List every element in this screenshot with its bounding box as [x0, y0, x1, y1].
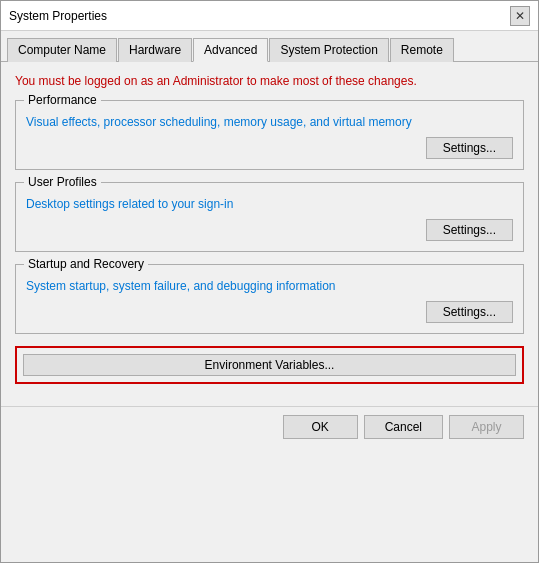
system-properties-window: System Properties ✕ Computer Name Hardwa… — [0, 0, 539, 563]
cancel-button[interactable]: Cancel — [364, 415, 443, 439]
startup-recovery-description: System startup, system failure, and debu… — [26, 279, 513, 293]
environment-variables-highlight: Environment Variables... — [15, 346, 524, 384]
apply-button[interactable]: Apply — [449, 415, 524, 439]
footer: OK Cancel Apply — [1, 406, 538, 447]
performance-section: Performance Visual effects, processor sc… — [15, 100, 524, 170]
startup-recovery-settings-button[interactable]: Settings... — [426, 301, 513, 323]
startup-recovery-section: Startup and Recovery System startup, sys… — [15, 264, 524, 334]
tabs-bar: Computer Name Hardware Advanced System P… — [1, 31, 538, 62]
user-profiles-settings-button[interactable]: Settings... — [426, 219, 513, 241]
tab-content: You must be logged on as an Administrato… — [1, 62, 538, 406]
close-button[interactable]: ✕ — [510, 6, 530, 26]
user-profiles-section-label: User Profiles — [24, 175, 101, 189]
tab-remote[interactable]: Remote — [390, 38, 454, 62]
environment-variables-button[interactable]: Environment Variables... — [23, 354, 516, 376]
performance-settings-button[interactable]: Settings... — [426, 137, 513, 159]
tab-system-protection[interactable]: System Protection — [269, 38, 388, 62]
tab-hardware[interactable]: Hardware — [118, 38, 192, 62]
startup-recovery-section-label: Startup and Recovery — [24, 257, 148, 271]
ok-button[interactable]: OK — [283, 415, 358, 439]
performance-description: Visual effects, processor scheduling, me… — [26, 115, 513, 129]
tab-computer-name[interactable]: Computer Name — [7, 38, 117, 62]
window-title: System Properties — [9, 9, 107, 23]
user-profiles-description: Desktop settings related to your sign-in — [26, 197, 513, 211]
admin-notice: You must be logged on as an Administrato… — [15, 74, 524, 88]
performance-btn-row: Settings... — [26, 137, 513, 159]
tab-advanced[interactable]: Advanced — [193, 38, 268, 62]
performance-section-label: Performance — [24, 93, 101, 107]
user-profiles-section: User Profiles Desktop settings related t… — [15, 182, 524, 252]
user-profiles-btn-row: Settings... — [26, 219, 513, 241]
startup-recovery-btn-row: Settings... — [26, 301, 513, 323]
title-bar: System Properties ✕ — [1, 1, 538, 31]
